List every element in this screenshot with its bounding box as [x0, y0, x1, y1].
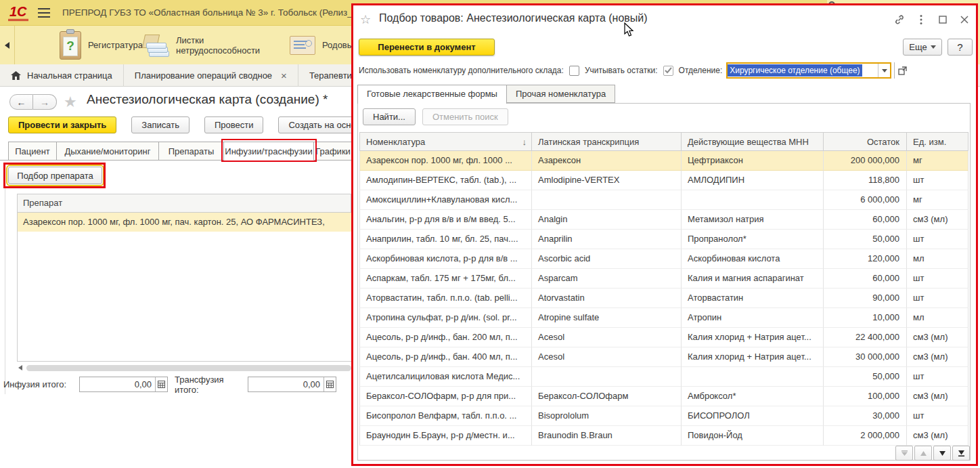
use-additional-warehouse-checkbox[interactable]: [569, 66, 579, 76]
tab-planning-operations[interactable]: Планирование операций сводное ×: [124, 64, 298, 87]
cell-nomenclature: Анальгин, р-р для в/в и в/м введ. 5...: [359, 210, 532, 230]
ribbon-collapse-button[interactable]: [0, 26, 15, 64]
cell-latin: Atropine sulfate: [532, 308, 682, 328]
favorite-star-outline-icon[interactable]: ☆: [360, 12, 371, 27]
table-row[interactable]: Амоксициллин+Клавулановая кисл... 6 000,…: [359, 190, 968, 210]
preparation-column-header[interactable]: Препарат: [17, 194, 351, 213]
cell-unit: шт: [907, 289, 968, 308]
table-row[interactable]: Ацесоль, р-р д/инф., бан. 400 мл, п... A…: [359, 347, 968, 367]
selected-preparation-row[interactable]: Азарексон пор. 1000 мг, фл. 1000 мг, пач…: [17, 213, 351, 232]
application-title: ПРЕПРОД ГУБЗ ТО «Областная больница № 3»…: [62, 0, 363, 26]
cell-unit: шт: [907, 171, 968, 190]
transfusion-total-field[interactable]: 0,00: [248, 377, 336, 392]
more-button[interactable]: Еще: [903, 39, 942, 56]
cell-latin: [532, 190, 682, 210]
help-button[interactable]: ?: [948, 39, 973, 56]
cell-mnn: Калия и магния аспарагинат: [682, 269, 824, 289]
cell-latin: Bisoprololum: [532, 406, 682, 426]
find-button[interactable]: Найти...: [363, 108, 416, 125]
cell-nomenclature: Ацесоль, р-р д/инф., бан. 400 мл, п...: [359, 347, 532, 367]
department-field[interactable]: Хирургическое отделение (общее): [726, 62, 891, 79]
tab-patient[interactable]: Пациент: [8, 142, 57, 161]
tab-breathing-monitoring[interactable]: Дыхание/мониторинг: [57, 142, 159, 161]
maximize-icon[interactable]: [937, 14, 949, 26]
cell-latin: Braunodin B.Braun: [532, 426, 682, 446]
table-row[interactable]: Бераксол-СОЛОфарм, р-р для при... Беракс…: [359, 387, 968, 406]
column-active-substances-mnn[interactable]: Действующие вещества МНН: [682, 133, 824, 150]
tab-infusions-transfusions[interactable]: Инфузии/траснфузии: [224, 142, 314, 161]
cell-nomenclature: Аскорбиновая кислота, р-р для в/в ...: [359, 249, 532, 269]
tab-preparations[interactable]: Препараты: [159, 142, 224, 161]
table-row[interactable]: Атропина сульфат, р-р д/ин. (sol. pr... …: [359, 308, 968, 328]
column-latin-transcription[interactable]: Латинская транскрипция: [532, 133, 682, 150]
favorite-star-icon[interactable]: ★: [64, 93, 77, 111]
cell-nomenclature: Бераксол-СОЛОфарм, р-р для при...: [359, 387, 532, 406]
table-row[interactable]: Аторвастатин, табл. п.п.о. (tab. pelli..…: [359, 289, 968, 308]
cell-stock: 50,000: [824, 230, 907, 249]
use-additional-warehouse-label: Использовать номенклатуру дополнительног…: [359, 66, 564, 75]
tab-home[interactable]: Начальная страница: [0, 64, 124, 87]
cell-unit: см3 (мл): [907, 328, 968, 347]
document-tab-strip: Пациент Дыхание/мониторинг Препараты Инф…: [8, 142, 353, 161]
cell-nomenclature: Ацетилсалициловая кислота Медис...: [359, 367, 532, 387]
scroll-left-icon[interactable]: [18, 365, 22, 370]
horizontal-scrollbar[interactable]: [18, 364, 351, 372]
calculator-icon[interactable]: [324, 377, 336, 391]
tab-ready-drug-forms[interactable]: Готовые лекарственные формы: [357, 85, 507, 104]
close-tab-icon[interactable]: ×: [281, 70, 287, 81]
calculator-icon[interactable]: [155, 377, 167, 391]
table-row[interactable]: Анальгин, р-р для в/в и в/м введ. 5... A…: [359, 210, 968, 230]
pick-preparation-button[interactable]: Подбор препарата: [8, 167, 102, 184]
transfer-to-document-button[interactable]: Перенести в документ: [359, 39, 495, 56]
go-down-button[interactable]: [933, 446, 951, 461]
main-menu-burger-icon[interactable]: [38, 8, 50, 18]
cell-stock: 22 400,000: [824, 328, 907, 347]
cell-latin: Atorvastatin: [532, 289, 682, 308]
more-kebab-icon[interactable]: [915, 14, 927, 26]
column-unit[interactable]: Ед. изм.: [907, 133, 968, 150]
save-button[interactable]: Записать: [131, 116, 190, 133]
table-row[interactable]: Аспаркам, табл. 175 мг + 175мг, бл... As…: [359, 269, 968, 289]
back-button[interactable]: ←: [9, 94, 33, 110]
table-row[interactable]: Ацетилсалициловая кислота Медис... 50,00…: [359, 367, 968, 387]
department-open-button[interactable]: [894, 62, 910, 79]
ribbon-item-sick-leaves[interactable]: Листки нетрудоспособности: [143, 26, 263, 64]
cell-mnn: Аскорбиновая кислота: [682, 249, 824, 269]
dialog-tab-strip: Готовые лекарственные формы Прочая номен…: [357, 85, 615, 104]
column-nomenclature[interactable]: Номенклатура↓: [359, 133, 532, 150]
ribbon-item-rodovye[interactable]: Родовы: [290, 26, 353, 64]
department-value-selected: Хирургическое отделение (общее): [728, 64, 862, 77]
tab-charts[interactable]: Графики: [314, 142, 353, 161]
ribbon-item-registratura[interactable]: ? Регистратура: [60, 26, 143, 64]
post-and-close-button[interactable]: Провести и закрыть: [8, 116, 116, 133]
table-row[interactable]: Бисопролол Велфарм, табл. п.п.о. ... Bis…: [359, 406, 968, 426]
consider-remains-label: Учитывать остатки:: [585, 66, 658, 75]
infusion-total-field[interactable]: 0,00: [79, 377, 168, 392]
cell-nomenclature: Бисопролол Велфарм, табл. п.п.о. ...: [359, 406, 532, 426]
close-icon[interactable]: [958, 14, 971, 26]
home-icon: [11, 71, 21, 80]
scrollbar-thumb[interactable]: [26, 365, 351, 371]
get-link-icon[interactable]: [893, 14, 906, 26]
forward-button[interactable]: →: [33, 94, 57, 110]
tab-other-nomenclature[interactable]: Прочая номенклатура: [507, 85, 615, 103]
cell-unit: мл: [907, 308, 968, 328]
sort-desc-icon: ↓: [522, 133, 527, 150]
cell-stock: 30 000,000: [824, 347, 907, 367]
table-row[interactable]: Амлодипин-ВЕРТЕКС, табл. (tab.), ... Aml…: [359, 171, 968, 190]
table-row[interactable]: Азарексон пор. 1000 мг, фл. 1000 ... Аза…: [359, 151, 968, 171]
column-stock[interactable]: Остаток: [824, 133, 907, 150]
table-row[interactable]: Аскорбиновая кислота, р-р для в/в ... As…: [359, 249, 968, 269]
chevron-down-icon: [931, 45, 936, 49]
department-dropdown-button[interactable]: [878, 64, 890, 77]
chevron-down-icon: [882, 69, 887, 72]
cancel-search-button: Отменить поиск: [422, 108, 508, 125]
post-button[interactable]: Провести: [204, 116, 264, 133]
cell-mnn: Калия хлорид + Натрия ацет...: [682, 328, 824, 347]
go-last-button[interactable]: [952, 446, 970, 461]
table-row[interactable]: Ацесоль, р-р д/инф., бан. 200 мл, п... A…: [359, 328, 968, 347]
table-row[interactable]: Браунодин Б.Браун, р-р д/местн. и... Bra…: [359, 426, 968, 446]
cell-stock: 6 000,000: [824, 190, 907, 210]
table-row[interactable]: Анаприлин, табл. 10 мг, бл. 25, пач.... …: [359, 230, 968, 249]
cell-latin: Anaprilin: [532, 230, 682, 249]
